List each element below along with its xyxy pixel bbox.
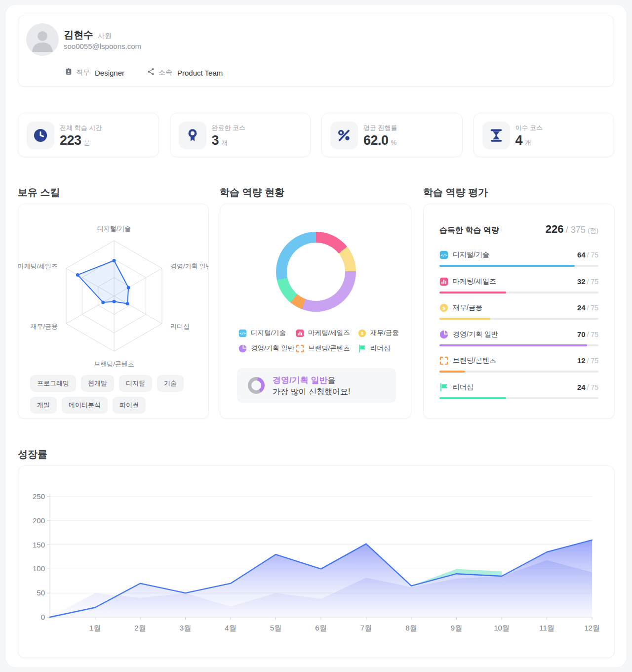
capability-donut-chart xyxy=(276,232,356,312)
user-name: 김현수 xyxy=(64,28,93,42)
stat-value: 223 xyxy=(60,133,81,148)
callout-category: 경영/기획 일반 xyxy=(273,376,327,385)
skill-tag: 데이터분석 xyxy=(62,397,108,414)
hourglass-icon xyxy=(489,128,504,143)
growth-title: 성장률 xyxy=(18,448,615,459)
svg-text:250: 250 xyxy=(33,492,45,501)
svg-text:8월: 8월 xyxy=(405,624,417,632)
section-capability-status: 학습 역량 현황 </>디지털/기술마케팅/세일즈$재무/금융경영/기획 일반브… xyxy=(220,186,411,419)
svg-text:리더십: 리더십 xyxy=(170,323,190,330)
progress-fill xyxy=(439,265,575,267)
skills-radar-chart: 디지털/기술경영/기획 일반리더십브랜딩/콘텐츠재무/금융마케팅/세일즈 xyxy=(18,208,209,371)
clock-icon xyxy=(33,128,48,143)
person-icon xyxy=(26,23,59,56)
stat-unit: 개 xyxy=(221,138,228,147)
section-capability-eval: 학습 역량 평가 습득한 학습 역량 226 / 375 (점) </>디지털/… xyxy=(423,186,615,419)
svg-text:</>: </> xyxy=(440,253,447,257)
svg-text:1월: 1월 xyxy=(89,624,101,632)
svg-text:경영/기획 일반: 경영/기획 일반 xyxy=(170,262,209,270)
acquired-score-unit: (점) xyxy=(588,227,598,234)
badge-icon xyxy=(65,68,73,76)
dollar-icon: $ xyxy=(358,329,366,337)
chart-bars-icon xyxy=(296,329,304,337)
capability-value: 24 xyxy=(577,303,586,312)
user-email: soo0055@lspoons.com xyxy=(64,42,141,50)
capability-max: / 75 xyxy=(587,278,598,286)
job-label: 직무 xyxy=(76,68,90,77)
capability-value: 32 xyxy=(577,277,586,286)
capability-status-title: 학습 역량 현황 xyxy=(220,186,411,197)
stat-unit: 분 xyxy=(84,138,90,147)
avatar xyxy=(26,23,59,56)
capability-status-card: </>디지털/기술마케팅/세일즈$재무/금융경영/기획 일반브랜딩/콘텐츠리더십… xyxy=(220,204,411,419)
section-skills: 보유 스킬 디지털/기술경영/기획 일반리더십브랜딩/콘텐츠재무/금융마케팅/세… xyxy=(18,186,209,419)
frame-icon xyxy=(296,344,304,353)
stat-card-2: 평균 진행률62.0% xyxy=(321,113,463,157)
svg-text:100: 100 xyxy=(33,564,45,573)
skill-tag: 개발 xyxy=(30,397,57,414)
stat-label: 평균 진행률 xyxy=(363,124,397,132)
svg-text:7월: 7월 xyxy=(360,624,372,632)
capability-label: 브랜딩/콘텐츠 xyxy=(453,356,496,365)
stat-card-3: 이수 코스4개 xyxy=(474,113,615,157)
capability-label: 재무/금융 xyxy=(453,303,482,312)
skills-card: 디지털/기술경영/기획 일반리더십브랜딩/콘텐츠재무/금융마케팅/세일즈 프로그… xyxy=(18,204,209,419)
legend-item: 리더십 xyxy=(358,344,403,353)
legend-item: </>디지털/기술 xyxy=(238,329,296,337)
legend-item: 브랜딩/콘텐츠 xyxy=(296,344,358,353)
capability-label: 리더십 xyxy=(453,383,474,392)
progress-track xyxy=(439,371,598,373)
percent-icon xyxy=(337,128,352,143)
stat-value: 62.0 xyxy=(363,133,389,148)
svg-text:브랜딩/콘텐츠: 브랜딩/콘텐츠 xyxy=(94,360,134,368)
growth-card: 0501001502002501월2월3월4월5월6월7월8월9월10월11월1… xyxy=(18,465,615,658)
skill-tag: 데이터사이언스 xyxy=(30,419,89,419)
capability-row: 마케팅/세일즈32/ 75 xyxy=(439,276,598,303)
callout-suffix: 을 xyxy=(327,376,335,384)
capability-row: $재무/금융24/ 75 xyxy=(439,302,598,329)
skill-tag: 파이썬 xyxy=(113,397,146,414)
capability-max: / 75 xyxy=(587,331,598,338)
skill-tag: 기술 xyxy=(157,375,184,392)
progress-track xyxy=(439,292,598,294)
profile-meta: 직무 Designer 소속 Product Team xyxy=(65,68,223,78)
pie-icon xyxy=(238,344,247,353)
legend-label: 마케팅/세일즈 xyxy=(308,329,350,337)
capability-max: / 75 xyxy=(587,304,598,312)
pie-icon xyxy=(439,330,448,339)
capability-value: 24 xyxy=(577,383,586,391)
capability-label: 마케팅/세일즈 xyxy=(453,277,496,286)
donut-legend: </>디지털/기술마케팅/세일즈$재무/금융경영/기획 일반브랜딩/콘텐츠리더십 xyxy=(238,329,403,353)
progress-track xyxy=(439,265,598,267)
svg-text:4월: 4월 xyxy=(225,624,236,632)
skills-title: 보유 스킬 xyxy=(18,186,209,197)
progress-fill xyxy=(439,318,490,320)
medal-icon xyxy=(185,128,200,143)
svg-text:$: $ xyxy=(361,331,363,336)
share-icon xyxy=(147,68,155,76)
svg-text:11월: 11월 xyxy=(539,624,554,632)
capability-rows: </>디지털/기술64/ 75마케팅/세일즈32/ 75$재무/금융24/ 75… xyxy=(439,250,598,408)
stat-iconbox xyxy=(330,122,358,149)
legend-label: 리더십 xyxy=(370,344,391,353)
progress-track xyxy=(439,397,598,399)
capability-value: 70 xyxy=(577,330,586,338)
profile-card: 김현수 사원 soo0055@lspoons.com 직무 Designer 소… xyxy=(18,15,614,87)
capability-max: / 75 xyxy=(587,383,598,391)
capability-label: 디지털/기술 xyxy=(453,251,489,259)
top-category-callout: 경영/기획 일반을 가장 많이 신청했어요! xyxy=(237,368,396,403)
progress-track xyxy=(439,344,598,346)
progress-fill xyxy=(439,344,587,346)
dollar-icon: $ xyxy=(439,303,448,312)
svg-text:3월: 3월 xyxy=(180,624,191,632)
svg-text:6월: 6월 xyxy=(315,624,326,632)
progress-fill xyxy=(439,397,506,399)
capability-row: 경영/기획 일반70/ 75 xyxy=(439,329,598,356)
flag-icon xyxy=(439,383,448,392)
capability-value: 12 xyxy=(577,356,586,365)
flag-icon xyxy=(358,344,366,353)
svg-text:</>: </> xyxy=(239,331,246,336)
callout-line2: 가장 많이 신청했어요! xyxy=(273,386,350,397)
team-value: Product Team xyxy=(177,69,223,77)
skill-tag: 프로그래밍 xyxy=(30,375,76,392)
